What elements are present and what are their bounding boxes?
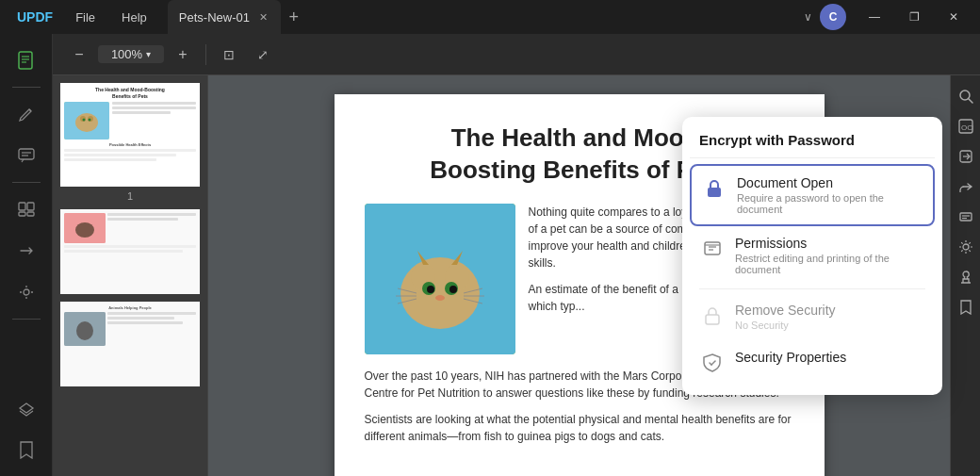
menu-help[interactable]: Help [108, 0, 160, 34]
fit-width-button[interactable]: ⤢ [248, 40, 278, 70]
dropdown-item-document-open[interactable]: Document Open Require a password to open… [690, 164, 935, 226]
remove-security-icon [699, 303, 726, 329]
thumbnail-label-1: 1 [60, 190, 200, 202]
svg-rect-51 [705, 242, 720, 254]
dropdown-item-security-properties-title: Security Properties [735, 350, 925, 365]
dropdown-item-document-open-title: Document Open [737, 175, 923, 190]
svg-rect-5 [19, 149, 34, 159]
sidebar-divider-2 [12, 182, 41, 183]
sidebar-item-ai[interactable] [8, 273, 45, 311]
zoom-value: 100% [111, 47, 142, 61]
dropdown-item-permissions[interactable]: Permissions Restrict editing and printin… [690, 226, 935, 285]
toolbar-separator-1 [205, 44, 206, 65]
svg-point-24 [400, 257, 480, 329]
maximize-button[interactable]: ❐ [895, 0, 933, 34]
toolbar: − 100% ▾ + ⊡ ⤢ [53, 34, 980, 75]
zoom-in-button[interactable]: + [168, 40, 198, 70]
main-area: − 100% ▾ + ⊡ ⤢ The Health and Mood-Boost… [0, 34, 980, 476]
zoom-dropdown-icon[interactable]: ▾ [146, 49, 151, 59]
menu-file[interactable]: File [62, 0, 108, 34]
document-tab[interactable]: Pets-New-01 ✕ [168, 0, 281, 34]
sidebar-item-edit[interactable] [8, 95, 45, 133]
tabs-overflow-button[interactable]: ∨ [796, 10, 820, 24]
right-panel: OCR [950, 75, 980, 476]
tab-close-button[interactable]: ✕ [259, 11, 268, 24]
right-search-icon[interactable] [953, 83, 979, 109]
dropdown-item-remove-security-title: Remove Security [735, 303, 925, 318]
dropdown-item-permissions-sub: Restrict editing and printing of the doc… [735, 253, 925, 275]
dropdown-item-document-open-text: Document Open Require a password to open… [737, 175, 923, 215]
titlebar: UPDF File Help Pets-New-01 ✕ + ∨ C — ❐ ✕ [0, 0, 980, 34]
left-sidebar [0, 34, 53, 476]
sidebar-divider-3 [12, 319, 41, 320]
tab-bar: Pets-New-01 ✕ + [160, 0, 796, 34]
svg-point-31 [427, 286, 434, 293]
dropdown-item-document-open-sub: Require a password to open the document [737, 192, 923, 215]
fit-page-button[interactable]: ⊡ [214, 40, 244, 70]
svg-rect-0 [19, 52, 32, 69]
thumbnail-page-3[interactable]: Animals Helping People [60, 302, 200, 386]
logo-text: UPDF [17, 9, 53, 25]
dropdown-item-permissions-title: Permissions [735, 236, 925, 251]
dropdown-item-remove-security-text: Remove Security No Security [735, 303, 925, 331]
svg-rect-10 [19, 212, 25, 216]
svg-rect-46 [960, 213, 972, 221]
svg-point-33 [435, 295, 445, 301]
menu-bar: File Help [62, 0, 160, 34]
right-redact-icon[interactable] [953, 204, 979, 230]
sidebar-item-comment[interactable] [8, 137, 45, 174]
svg-point-12 [24, 289, 29, 295]
sidebar-item-convert[interactable] [8, 232, 45, 270]
shield-icon [699, 350, 726, 376]
dropdown-item-security-properties-text: Security Properties [735, 350, 925, 365]
dropdown-divider [699, 288, 925, 289]
svg-rect-55 [706, 315, 719, 324]
close-button[interactable]: ✕ [935, 0, 972, 34]
sidebar-item-layers[interactable] [8, 389, 45, 427]
new-tab-button[interactable]: + [281, 4, 307, 30]
zoom-out-button[interactable]: − [64, 40, 94, 70]
sidebar-divider-1 [12, 87, 41, 88]
app-logo: UPDF [8, 9, 62, 25]
sidebar-item-bookmark[interactable] [8, 431, 45, 468]
svg-rect-9 [27, 203, 34, 210]
cat-image [365, 204, 515, 354]
tab-title: Pets-New-01 [179, 10, 250, 25]
sidebar-item-organize[interactable] [8, 190, 45, 228]
permissions-icon [699, 236, 726, 262]
dropdown-item-permissions-text: Permissions Restrict editing and printin… [735, 236, 925, 275]
svg-point-17 [83, 119, 86, 122]
right-convert-icon[interactable] [953, 143, 979, 170]
svg-point-20 [75, 222, 94, 238]
zoom-display: 100% ▾ [98, 45, 164, 63]
right-settings-icon[interactable] [953, 234, 979, 260]
encrypt-password-dropdown: Encrypt with Password Document Open Requ… [682, 117, 942, 395]
dropdown-item-remove-security: Remove Security No Security [690, 293, 935, 340]
thumbnail-page-1[interactable]: The Health and Mood-BoostingBenefits of … [60, 83, 200, 202]
svg-rect-8 [19, 203, 25, 210]
right-share-icon[interactable] [953, 173, 979, 200]
right-stamp-icon[interactable] [953, 264, 979, 290]
svg-point-18 [89, 119, 91, 122]
svg-point-14 [75, 113, 98, 132]
dropdown-title: Encrypt with Password [690, 126, 935, 158]
content-area: − 100% ▾ + ⊡ ⤢ The Health and Mood-Boost… [53, 34, 980, 476]
svg-point-49 [963, 244, 969, 250]
sidebar-item-reader[interactable] [8, 41, 45, 79]
right-ocr-icon[interactable]: OCR [953, 113, 979, 140]
minimize-button[interactable]: — [856, 0, 893, 34]
svg-point-32 [449, 286, 457, 293]
thumbnail-page-2[interactable] [60, 209, 200, 294]
svg-point-22 [76, 321, 93, 340]
dropdown-item-security-properties[interactable]: Security Properties [690, 340, 935, 386]
pdf-area: The Health and Mood-BoostingBenefits of … [53, 75, 980, 476]
titlebar-actions: C — ❐ ✕ [820, 0, 972, 34]
thumbnail-panel: The Health and Mood-BoostingBenefits of … [53, 75, 208, 476]
right-bookmark-icon[interactable] [953, 294, 979, 320]
svg-line-41 [969, 99, 972, 103]
svg-line-57 [711, 361, 715, 365]
svg-line-4 [29, 109, 31, 111]
dropdown-item-remove-security-sub: No Security [735, 320, 925, 331]
svg-rect-50 [708, 188, 721, 197]
avatar[interactable]: C [820, 4, 846, 30]
